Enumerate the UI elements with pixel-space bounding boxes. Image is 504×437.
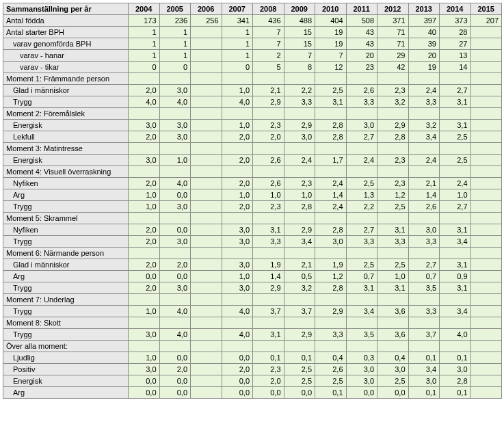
cell-value: 0,0	[159, 224, 191, 236]
cell-value: 8	[284, 62, 315, 73]
table-row: Arg1,00,01,01,01,01,41,31,21,41,0	[3, 189, 502, 201]
cell-value: 2,3	[377, 178, 409, 189]
cell-empty	[284, 294, 315, 306]
cell-value: 0,1	[408, 387, 440, 399]
cell-empty	[315, 143, 347, 155]
cell-empty	[129, 317, 160, 329]
cell-value: 404	[315, 15, 347, 27]
cell-value: 0,1	[440, 387, 471, 399]
cell-value: 2	[253, 50, 284, 62]
cell-value: 2,3	[377, 85, 409, 96]
cell-value: 3,1	[440, 259, 471, 271]
cell-empty	[222, 294, 253, 306]
cell-value: 0,0	[159, 352, 191, 364]
row-label: Moment 8: Skott	[3, 317, 129, 329]
cell-value: 1	[129, 27, 160, 38]
cell-empty	[191, 236, 222, 248]
cell-value: 2,5	[284, 375, 315, 387]
cell-empty	[470, 96, 502, 108]
table-row: Moment 4: Visuell överraskning	[3, 166, 502, 178]
cell-value: 0,9	[440, 271, 471, 282]
cell-empty	[470, 108, 502, 120]
cell-value: 2,0	[222, 131, 253, 143]
row-label: Nyfiken	[3, 224, 129, 236]
row-label: varav - tikar	[3, 62, 129, 73]
cell-value: 1,4	[253, 271, 284, 282]
cell-value: 2,6	[253, 178, 284, 189]
cell-empty	[470, 73, 502, 85]
cell-empty	[159, 317, 191, 329]
cell-value: 2,5	[440, 155, 471, 166]
cell-value: 2,5	[284, 364, 315, 375]
cell-value: 3,0	[408, 224, 440, 236]
row-label: Arg	[3, 271, 129, 282]
cell-value: 256	[191, 15, 222, 27]
cell-value: 2,7	[440, 85, 471, 96]
cell-value: 3,1	[346, 282, 377, 294]
cell-empty	[470, 143, 502, 155]
cell-empty	[253, 341, 284, 352]
cell-value: 3,0	[346, 364, 377, 375]
cell-value: 207	[470, 15, 502, 27]
cell-value: 2,8	[315, 120, 347, 131]
cell-value: 2,0	[222, 364, 253, 375]
cell-empty	[191, 131, 222, 143]
cell-empty	[222, 248, 253, 259]
cell-value: 0,0	[222, 387, 253, 399]
cell-value: 2,7	[346, 224, 377, 236]
cell-empty	[191, 38, 222, 50]
cell-value: 488	[284, 15, 315, 27]
cell-value: 236	[159, 15, 191, 27]
cell-value: 3,1	[440, 282, 471, 294]
cell-value: 2,4	[346, 155, 377, 166]
cell-empty	[470, 375, 502, 387]
cell-value: 3,4	[440, 236, 471, 248]
table-row: Energisk3,01,02,02,62,41,72,42,32,42,5	[3, 155, 502, 166]
cell-empty	[159, 108, 191, 120]
cell-value: 397	[408, 15, 440, 27]
cell-value: 2,0	[129, 259, 160, 271]
cell-value: 0,0	[159, 375, 191, 387]
row-label: Moment 4: Visuell överraskning	[3, 166, 129, 178]
cell-value: 3,4	[408, 364, 440, 375]
table-row: Nyfiken2,00,03,03,12,92,82,73,13,03,1	[3, 224, 502, 236]
cell-empty	[222, 108, 253, 120]
cell-value: 3,0	[408, 375, 440, 387]
cell-value: 2,5	[377, 201, 409, 213]
cell-empty	[159, 73, 191, 85]
cell-empty	[191, 166, 222, 178]
cell-value: 2,7	[408, 259, 440, 271]
table-row: Trygg1,03,02,02,32,82,42,22,52,62,7	[3, 201, 502, 213]
cell-empty	[408, 166, 440, 178]
cell-empty	[191, 224, 222, 236]
cell-empty	[470, 120, 502, 131]
cell-empty	[470, 85, 502, 96]
cell-value: 0,0	[129, 271, 160, 282]
cell-empty	[191, 375, 222, 387]
cell-empty	[191, 143, 222, 155]
cell-value: 2,8	[315, 224, 347, 236]
table-body: Antal födda17323625634143648840450837139…	[3, 15, 502, 399]
cell-value: 3,4	[408, 131, 440, 143]
cell-empty	[346, 294, 377, 306]
cell-value: 15	[284, 27, 315, 38]
cell-value: 3,0	[346, 120, 377, 131]
row-label: Trygg	[3, 96, 129, 108]
cell-empty	[129, 294, 160, 306]
cell-empty	[129, 248, 160, 259]
header-year: 2014	[440, 3, 471, 15]
cell-empty	[470, 248, 502, 259]
cell-value: 2,0	[222, 178, 253, 189]
table-row: varav genomförda BPH1117151943713927	[3, 38, 502, 50]
cell-empty	[222, 341, 253, 352]
cell-value: 2,3	[284, 178, 315, 189]
cell-empty	[408, 73, 440, 85]
cell-empty	[222, 73, 253, 85]
cell-empty	[408, 143, 440, 155]
cell-value: 3,0	[440, 364, 471, 375]
cell-value: 7	[315, 50, 347, 62]
cell-value: 373	[440, 15, 471, 27]
cell-empty	[253, 108, 284, 120]
cell-value: 0,0	[129, 387, 160, 399]
cell-value: 3,3	[377, 236, 409, 248]
